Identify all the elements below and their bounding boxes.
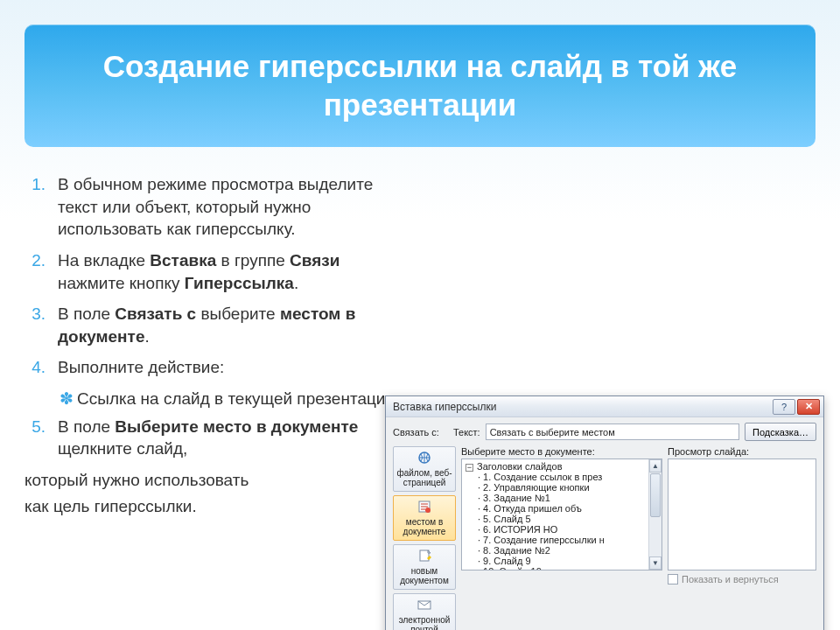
- slide-preview-box: [668, 458, 816, 570]
- tree-item[interactable]: · 7. Создание гиперссылки н: [466, 535, 658, 545]
- step-text: В поле Выберите место в документе щелкни…: [58, 417, 358, 458]
- step-item: 3.В поле Связать с выберите местом в док…: [24, 303, 401, 347]
- tree-item[interactable]: · 3. Задание №1: [466, 493, 658, 503]
- link-target-bar: файлом, веб- страницейместом в документе…: [393, 446, 456, 630]
- step-item: 5.В поле Выберите место в документе щелк…: [24, 416, 401, 460]
- show-return-checkbox[interactable]: [668, 574, 678, 584]
- step-text: В обычном режиме просмотра выделите текс…: [58, 175, 373, 238]
- trailing-line-1: который нужно использовать: [24, 469, 401, 492]
- step-text: Выполните действие:: [58, 358, 224, 376]
- dialog-titlebar[interactable]: Вставка гиперссылки ? ✕: [386, 396, 823, 417]
- help-button[interactable]: ?: [773, 399, 795, 415]
- tree-item[interactable]: · 8. Задание №2: [466, 545, 658, 556]
- collapse-icon[interactable]: −: [466, 464, 473, 472]
- linkbar-email-button[interactable]: электронной почтой: [393, 593, 456, 630]
- hint-button[interactable]: Подсказка…: [745, 423, 816, 441]
- linkbar-new-doc-button[interactable]: новым документом: [393, 544, 456, 590]
- close-button[interactable]: ✕: [797, 399, 820, 415]
- step-number: 5.: [24, 416, 51, 438]
- step-text: В поле Связать с выберите местом в докум…: [58, 304, 355, 346]
- choose-place-label: Выберите место в документе:: [461, 446, 662, 457]
- tree-item[interactable]: · 1. Создание ссылок в през: [466, 472, 658, 482]
- steps-list: 1.В обычном режиме просмотра выделите те…: [24, 173, 401, 460]
- text-label: Текст:: [453, 427, 480, 438]
- tree-scrollbar[interactable]: ▲ ▼: [648, 459, 662, 570]
- email-icon: [416, 598, 433, 613]
- step-number: 3.: [24, 303, 51, 326]
- step-item: 1.В обычном режиме просмотра выделите те…: [24, 173, 401, 241]
- step-number: 2.: [24, 249, 51, 272]
- title-band: Создание гиперссылки на слайд в той же п…: [24, 24, 816, 147]
- tree-item[interactable]: · 5. Слайд 5: [466, 514, 658, 524]
- slide-title: Создание гиперссылки на слайд в той же п…: [60, 47, 780, 124]
- linkbar-label: файлом, веб- страницей: [396, 468, 452, 487]
- new-doc-icon: [416, 549, 433, 564]
- tree-root[interactable]: −Заголовки слайдов: [466, 461, 658, 472]
- svg-point-2: [425, 508, 430, 513]
- place-doc-icon: [416, 500, 433, 515]
- scroll-down-arrow[interactable]: ▼: [649, 556, 662, 570]
- trailing-line-2: как цель гиперссылки.: [24, 495, 401, 518]
- step-text: На вкладке Вставка в группе Связи нажмит…: [58, 251, 340, 292]
- tree-item[interactable]: · 2. Управляющие кнопки: [466, 482, 658, 493]
- document-tree[interactable]: −Заголовки слайдов· 1. Создание ссылок в…: [461, 458, 662, 570]
- scroll-up-arrow[interactable]: ▲: [649, 459, 662, 472]
- step-item: 4.Выполните действие:: [24, 356, 401, 379]
- linkbar-label: электронной почтой: [399, 615, 451, 630]
- preview-label: Просмотр слайда:: [668, 446, 816, 457]
- step-number: 4.: [24, 356, 51, 379]
- linkbar-label: местом в документе: [403, 517, 446, 536]
- star-bullet-icon: ✽: [60, 388, 74, 410]
- file-web-icon: [416, 451, 433, 466]
- tree-item[interactable]: · 10. Слайд 10: [466, 566, 658, 570]
- step-number: 1.: [24, 173, 51, 196]
- link-with-label: Связать с:: [393, 427, 439, 438]
- linkbar-file-web-button[interactable]: файлом, веб- страницей: [393, 446, 456, 492]
- display-text-field[interactable]: Связать с выберите местом: [486, 424, 739, 440]
- insert-hyperlink-dialog: Вставка гиперссылки ? ✕ Связать с: Текст…: [385, 396, 824, 630]
- step-item: 2.На вкладке Вставка в группе Связи нажм…: [24, 249, 401, 294]
- linkbar-place-doc-button[interactable]: местом в документе: [393, 495, 456, 541]
- linkbar-label: новым документом: [400, 566, 449, 585]
- slide-body: 1.В обычном режиме просмотра выделите те…: [24, 173, 401, 517]
- tree-item[interactable]: · 6. ИСТОРИЯ НО: [466, 524, 658, 535]
- show-return-label: Показать и вернуться: [682, 574, 779, 584]
- sub-bullet: ✽Ссылка на слайд в текущей презентации.: [24, 388, 401, 410]
- dialog-title: Вставка гиперссылки: [393, 401, 496, 413]
- tree-item[interactable]: · 4. Откуда пришел объ: [466, 503, 658, 514]
- tree-item[interactable]: · 9. Слайд 9: [466, 556, 658, 566]
- scroll-thumb[interactable]: [650, 473, 661, 517]
